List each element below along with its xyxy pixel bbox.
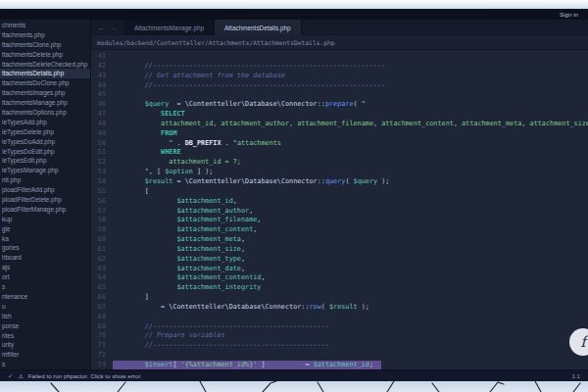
line-number: 59 <box>91 225 113 235</box>
code-line[interactable]: 48 attachment_id, attachment_author, att… <box>91 120 588 129</box>
code-line[interactable]: 45 <box>91 90 588 100</box>
file-item[interactable]: s <box>0 282 90 292</box>
file-item[interactable]: ntenance <box>0 292 90 302</box>
line-number: 56 <box>91 197 113 207</box>
file-item[interactable]: leTypesDoAdd.php <box>0 137 90 147</box>
code-line[interactable]: 55 [ <box>91 187 588 197</box>
code-line[interactable]: 58 $attachment_filename, <box>91 216 588 225</box>
code-line[interactable]: 61 $attachment_size, <box>91 245 588 255</box>
file-item[interactable]: ttachmentsDeleteChecked.php <box>0 60 90 70</box>
line-number: 64 <box>91 273 113 283</box>
file-item[interactable]: leTypesDelete.php <box>0 127 90 137</box>
file-item[interactable]: ort <box>0 272 90 282</box>
line-number: 60 <box>91 235 113 245</box>
line-number: 66 <box>91 293 113 303</box>
file-item[interactable]: ttachmentsDelete.php <box>0 50 90 60</box>
file-item[interactable]: rites <box>0 331 90 341</box>
sign-in-button[interactable]: Sign in <box>560 11 578 18</box>
back-arrow-icon[interactable]: ← <box>98 24 105 31</box>
code-line[interactable]: 73 $insert[ '{%attachment_id%}' ] = $att… <box>91 361 588 369</box>
desktop-wallpaper-bottom <box>0 381 588 392</box>
code-line[interactable]: 70 // Prepare variables <box>91 331 588 341</box>
file-item[interactable]: kup <box>0 215 90 224</box>
check-icon[interactable]: ✓ <box>8 372 13 380</box>
line-number: 42 <box>91 62 113 72</box>
file-item[interactable]: ploadFilterManage.php <box>0 205 90 215</box>
file-item[interactable]: lish <box>0 312 90 321</box>
file-item[interactable]: leTypesEdit.php <box>0 156 90 166</box>
code-line[interactable]: 71 //-----------------------------------… <box>91 341 588 351</box>
code-text: // Get attachment from the database <box>113 72 285 81</box>
file-item[interactable]: s <box>0 360 90 369</box>
file-item[interactable]: leTypesDoEdit.php <box>0 147 90 157</box>
line-number: 48 <box>91 120 113 129</box>
code-line[interactable]: 42 //-----------------------------------… <box>91 62 588 72</box>
code-line[interactable]: 53 ", [ $option ] ); <box>91 168 588 177</box>
code-line[interactable]: 64 $attachment_contentid, <box>91 273 588 283</box>
file-item[interactable]: ttachmentsManage.php <box>0 98 90 108</box>
code-line[interactable]: 69 //-----------------------------------… <box>91 322 588 332</box>
code-line[interactable]: 67 = \Contentteller\Database\Connector::… <box>91 303 588 313</box>
code-line[interactable]: 66 ] <box>91 293 588 303</box>
status-error-message[interactable]: Failed to run phpactor. Click to show er… <box>28 372 142 379</box>
code-line[interactable]: 52 attachment_id = ?; <box>91 158 588 168</box>
file-item[interactable]: leTypesManage.php <box>0 166 90 175</box>
file-item[interactable]: ploadFilterAdd.php <box>0 185 90 195</box>
file-item[interactable]: urity <box>0 340 90 350</box>
breadcrumb[interactable]: modules/backend/Contentteller/Attachment… <box>91 35 588 50</box>
code-line[interactable]: 54 $result = \Contentteller\Database\Con… <box>91 177 588 187</box>
code-text: $attachment_date, <box>113 265 245 274</box>
code-line[interactable]: 56 $attachment_id, <box>91 197 588 207</box>
code-line[interactable]: 62 $attachment_type, <box>91 255 588 265</box>
cursor-position[interactable]: 1:1 <box>571 372 580 379</box>
code-text: // Prepare variables <box>113 331 225 341</box>
editor-pane: ← → AttachmentsManage.phpAttachmentsDeta… <box>91 20 588 369</box>
code-line[interactable]: 47 SELECT <box>91 110 588 120</box>
code-text: $attachment_size, <box>113 245 245 255</box>
forward-arrow-icon[interactable]: → <box>111 24 118 31</box>
file-item[interactable]: ploadFilterDelete.php <box>0 195 90 205</box>
file-item[interactable]: gories <box>0 243 90 253</box>
file-item[interactable]: ponse <box>0 321 90 331</box>
code-line[interactable]: 57 $attachment_author, <box>91 207 588 217</box>
line-number: 67 <box>91 303 113 313</box>
editor-tab[interactable]: AttachmentsDetails.php <box>215 20 302 35</box>
file-item[interactable]: ttachmentsImages.php <box>0 88 90 98</box>
file-item[interactable]: nit.php <box>0 175 90 185</box>
code-line[interactable]: 41 <box>91 52 588 62</box>
file-item[interactable]: ajs <box>0 263 90 272</box>
file-item[interactable]: leTypesAdd.php <box>0 118 90 127</box>
desktop-wallpaper-top <box>0 0 588 9</box>
file-item[interactable]: ttachmentsDetails.php <box>0 69 90 78</box>
code-line[interactable]: 72 <box>91 351 588 361</box>
code-text: $attachment_filename, <box>113 216 261 225</box>
file-item[interactable]: mfilter <box>0 350 90 360</box>
line-number: 45 <box>91 90 113 100</box>
code-line[interactable]: 65 $attachment_integrity <box>91 283 588 293</box>
file-item[interactable]: gle <box>0 224 90 234</box>
code-line[interactable]: 44 //-----------------------------------… <box>91 81 588 91</box>
code-line[interactable]: 59 $attachment_content, <box>91 225 588 235</box>
code-text: //--------------------------------------… <box>113 62 385 72</box>
code-line[interactable]: 49 FROM <box>91 129 588 139</box>
code-line[interactable]: 51 WHERE <box>91 148 588 158</box>
code-editor[interactable]: 4142 //---------------------------------… <box>91 50 588 369</box>
file-item[interactable]: ttachments.php <box>0 30 90 40</box>
file-item[interactable]: ttachmentsClone.php <box>0 40 90 50</box>
code-line[interactable]: 68 <box>91 313 588 322</box>
code-text: $query = \Contentteller\Database\Connect… <box>113 100 366 110</box>
project-panel[interactable]: chmentsttachments.phpttachmentsClone.php… <box>0 20 91 369</box>
code-text: " . DB_PREFIX . "attachments <box>113 139 281 149</box>
code-line[interactable]: 46 $query = \Contentteller\Database\Conn… <box>91 100 588 110</box>
code-line[interactable]: 60 $attachment_meta, <box>91 235 588 245</box>
file-item[interactable]: ka <box>0 234 90 244</box>
file-item[interactable]: hboard <box>0 253 90 263</box>
file-item[interactable]: ttachmentsOptions.php <box>0 108 90 118</box>
file-item[interactable]: u <box>0 302 90 312</box>
code-line[interactable]: 50 " . DB_PREFIX . "attachments <box>91 139 588 149</box>
file-item[interactable]: chments <box>0 21 90 30</box>
code-line[interactable]: 63 $attachment_date, <box>91 265 588 274</box>
code-line[interactable]: 43 // Get attachment from the database <box>91 72 588 81</box>
editor-tab[interactable]: AttachmentsManage.php <box>124 20 215 35</box>
file-item[interactable]: ttachmentsDoClone.php <box>0 78 90 88</box>
